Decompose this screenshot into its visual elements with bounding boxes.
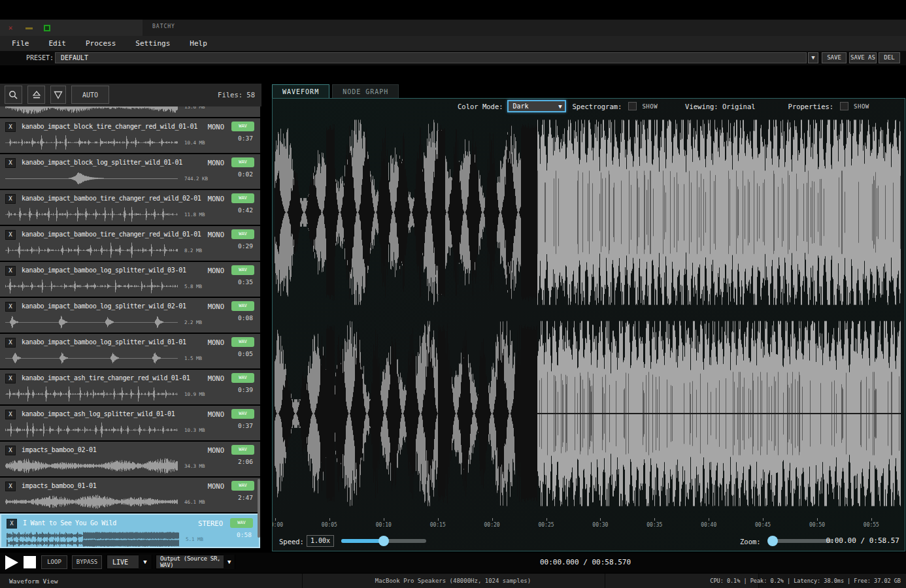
menu-item-edit[interactable]: Edit — [41, 37, 75, 50]
file-row[interactable]: Ximpacts_bamboo_01-01MONOWAV2:4746.1 MB — [0, 478, 260, 512]
save-as-preset-button[interactable]: SAVE AS — [849, 52, 877, 63]
remove-file-button[interactable]: X — [7, 519, 17, 529]
output-select[interactable]: Output (Source SR, WAV) ▼ — [156, 555, 235, 569]
file-row[interactable]: XI Want to See You Go WildSTEREOWAV0:585… — [0, 514, 260, 548]
timeline-tick-label: 00:00 — [273, 522, 283, 528]
bypass-button[interactable]: BYPASS — [72, 555, 102, 569]
timeline-tick-label: 00:40 — [701, 522, 716, 528]
preset-label: PRESET: — [26, 54, 54, 61]
menu-item-file[interactable]: File — [4, 37, 37, 50]
main-waveform-display[interactable] — [275, 114, 901, 517]
search-button[interactable] — [5, 86, 22, 104]
window-controls: ✕ — [0, 20, 143, 36]
file-size: 10.4 MB — [184, 140, 205, 146]
menu-bar: FileEditProcessSettingsHelp — [0, 36, 906, 51]
speed-label: Speed: — [279, 538, 304, 546]
file-row[interactable]: Xkanabo_impact_bamboo_tire_changer_red_w… — [0, 226, 260, 261]
loop-button[interactable]: LOOP — [41, 555, 67, 569]
remove-file-button[interactable]: X — [5, 230, 16, 240]
properties-show-label: SHOW — [854, 103, 869, 110]
app-window: ✕ BATCHY FileEditProcessSettingsHelp PRE… — [0, 0, 906, 588]
channel-count-label: MONO — [208, 267, 224, 274]
remove-file-button[interactable]: X — [5, 410, 16, 419]
file-name: impacts_bamboo_01-01 — [22, 482, 96, 489]
remove-file-button[interactable]: X — [5, 482, 16, 491]
minimize-window-icon[interactable] — [25, 27, 33, 29]
file-waveform-thumbnail — [5, 385, 179, 402]
file-waveform-thumbnail — [7, 531, 180, 547]
speed-value-input[interactable]: 1.00x — [307, 535, 334, 547]
file-list-scrollbar[interactable] — [258, 479, 260, 538]
tab-node-graph[interactable]: NODE GRAPH — [332, 84, 399, 99]
file-row[interactable]: Xkanabo_impact_bamboo_log_splitter_wild_… — [0, 334, 260, 368]
file-name: kanabo_impact_ash_tire_changer_red_wild_… — [22, 374, 190, 382]
file-list: X13.6 MBXkanabo_impact_block_tire_change… — [0, 106, 261, 553]
restore-window-icon[interactable] — [44, 25, 50, 31]
play-button[interactable] — [5, 555, 18, 570]
color-mode-label: Color Mode: — [458, 103, 503, 110]
file-duration: 0:08 — [238, 314, 253, 321]
channel-count-label: MONO — [208, 338, 224, 346]
file-row[interactable]: Xkanabo_impact_bamboo_log_splitter_wild_… — [0, 262, 260, 297]
channel-count-label: MONO — [208, 374, 224, 382]
stop-button[interactable] — [24, 556, 36, 568]
menu-item-process[interactable]: Process — [78, 37, 124, 50]
timeline-tick — [329, 518, 330, 521]
zoom-slider-thumb[interactable] — [767, 536, 778, 546]
menu-item-help[interactable]: Help — [182, 37, 215, 50]
file-row[interactable]: Xkanabo_impact_block_tire_changer_red_wi… — [0, 118, 260, 153]
delete-preset-button[interactable]: DEL — [879, 52, 900, 63]
preset-dropdown-button[interactable]: ▼ — [808, 52, 818, 63]
file-row[interactable]: Xkanabo_impact_ash_log_splitter_wild_01-… — [0, 406, 260, 440]
remove-file-button[interactable]: X — [5, 374, 16, 384]
timeline-tick — [817, 518, 818, 521]
color-mode-value: Dark — [513, 103, 529, 110]
remove-file-button[interactable]: X — [5, 158, 16, 168]
auto-button[interactable]: AUTO — [71, 86, 109, 104]
filter-funnel-icon — [54, 91, 63, 99]
color-mode-select[interactable]: Dark ▼ — [507, 100, 566, 112]
file-waveform-thumbnail — [5, 206, 179, 223]
tab-waveform[interactable]: WAVEFORM — [272, 84, 329, 99]
save-preset-button[interactable]: SAVE — [822, 52, 847, 63]
sort-button[interactable] — [27, 86, 45, 104]
file-waveform-thumbnail — [5, 493, 179, 510]
live-mode-select[interactable]: LIVE ▼ — [107, 555, 152, 569]
file-size: 34.3 MB — [184, 463, 205, 469]
speed-slider-thumb[interactable] — [378, 536, 389, 546]
preset-select[interactable]: DEFAULT — [55, 52, 807, 63]
waveform-panel-header: Color Mode: Dark ▼ Spectrogram: SHOW Vie… — [273, 99, 905, 114]
channel-count-label: MONO — [208, 482, 224, 490]
remove-file-button[interactable]: X — [5, 266, 16, 276]
file-row[interactable]: Xkanabo_impact_ash_tire_changer_red_wild… — [0, 370, 260, 404]
file-row[interactable]: Xkanabo_impact_bamboo_tire_changer_red_w… — [0, 190, 260, 225]
remove-file-button[interactable]: X — [5, 194, 16, 204]
remove-file-button[interactable]: X — [5, 338, 16, 348]
file-duration: 0:39 — [238, 386, 253, 393]
file-duration: 0:37 — [238, 135, 253, 142]
menu-item-settings[interactable]: Settings — [127, 37, 178, 50]
timeline-ruler[interactable]: 00:0000:0500:1000:1500:2000:2500:3000:35… — [273, 518, 905, 532]
file-row[interactable]: X13.6 MB — [0, 106, 260, 117]
file-row[interactable]: Xkanabo_impact_block_log_splitter_wild_0… — [0, 154, 260, 189]
file-row[interactable]: Xkanabo_impact_bamboo_log_splitter_wild_… — [0, 298, 260, 333]
file-duration: 0:58 — [237, 531, 252, 538]
channel-count-label: MONO — [208, 446, 224, 454]
file-size: 46.1 MB — [184, 499, 205, 505]
file-size: 13.6 MB — [184, 106, 205, 110]
format-badge: WAV — [231, 229, 254, 239]
remove-file-button[interactable]: X — [5, 446, 16, 455]
zoom-slider[interactable] — [768, 539, 833, 543]
sort-eject-icon — [32, 91, 41, 99]
properties-show-checkbox[interactable] — [840, 102, 848, 110]
timeline-tick — [600, 518, 601, 521]
format-badge: WAV — [230, 518, 253, 528]
file-row[interactable]: Ximpacts_bamboo_02-01MONOWAV2:0634.3 MB — [0, 442, 260, 476]
filter-button[interactable] — [50, 86, 66, 104]
close-window-icon[interactable]: ✕ — [7, 24, 14, 32]
spectrogram-show-checkbox[interactable] — [628, 102, 637, 110]
view-tabs: WAVEFORMNODE GRAPH — [272, 84, 399, 99]
speed-slider[interactable] — [341, 539, 426, 543]
remove-file-button[interactable]: X — [5, 302, 16, 312]
remove-file-button[interactable]: X — [5, 122, 16, 132]
